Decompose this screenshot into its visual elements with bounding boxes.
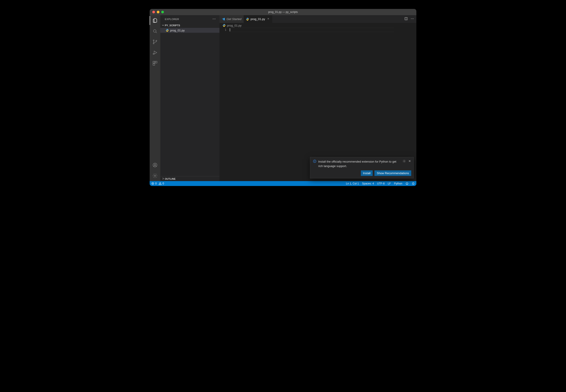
svg-point-0 bbox=[153, 30, 156, 32]
account-icon bbox=[152, 162, 158, 168]
svg-point-15 bbox=[411, 18, 411, 19]
file-row[interactable]: prog_01.py bbox=[160, 28, 220, 33]
activity-source-control[interactable] bbox=[150, 37, 160, 47]
window-title: prog_01.py — py_scripts bbox=[150, 11, 416, 14]
split-editor-icon[interactable] bbox=[404, 17, 408, 21]
chevron-right-icon bbox=[161, 177, 165, 181]
svg-point-2 bbox=[153, 43, 154, 44]
git-branch-icon bbox=[152, 39, 158, 44]
svg-point-3 bbox=[156, 40, 157, 41]
window-minimize[interactable] bbox=[157, 11, 160, 13]
activity-settings[interactable] bbox=[150, 170, 160, 181]
sidebar: EXPLORER PY_SCRIPTS bbox=[160, 15, 220, 181]
breadcrumb[interactable]: prog_01.py bbox=[220, 23, 416, 28]
status-errors[interactable]: 0 0 bbox=[150, 181, 165, 186]
breadcrumb-file: prog_01.py bbox=[227, 24, 241, 27]
statusbar: 0 0 Ln 1, Col 1 Spaces: 4 UTF-8 LF Pytho… bbox=[150, 181, 416, 186]
search-icon bbox=[152, 28, 158, 34]
tab-label: prog_01.py bbox=[251, 17, 265, 21]
activity-bar bbox=[150, 15, 160, 181]
tab-label: Get Started bbox=[227, 17, 241, 21]
svg-point-19 bbox=[404, 161, 405, 162]
window-maximize[interactable] bbox=[161, 11, 164, 13]
line-gutter: 1 bbox=[220, 28, 229, 181]
tabs: Get Started prog_01.py bbox=[220, 15, 416, 23]
activity-search[interactable] bbox=[150, 26, 160, 37]
status-position[interactable]: Ln 1, Col 1 bbox=[344, 181, 360, 186]
install-button[interactable]: Install bbox=[361, 170, 373, 176]
workspace-body: EXPLORER PY_SCRIPTS bbox=[150, 15, 416, 181]
feedback-icon bbox=[405, 182, 409, 185]
status-eol[interactable]: LF bbox=[386, 181, 392, 186]
activity-extensions[interactable] bbox=[150, 58, 160, 69]
svg-point-13 bbox=[215, 18, 215, 19]
tab-actions bbox=[402, 15, 416, 23]
tab-prog-01[interactable]: prog_01.py bbox=[244, 15, 272, 23]
file-name: prog_01.py bbox=[170, 29, 185, 32]
play-bug-icon bbox=[152, 50, 158, 55]
text-cursor bbox=[230, 28, 230, 31]
vscode-icon bbox=[222, 17, 225, 21]
svg-rect-6 bbox=[155, 61, 157, 63]
activity-explorer[interactable] bbox=[150, 15, 160, 26]
python-file-icon bbox=[166, 29, 169, 32]
bell-icon bbox=[412, 182, 415, 185]
line-number: 1 bbox=[220, 28, 226, 32]
svg-point-9 bbox=[154, 164, 156, 165]
toast-message: Install the officially recommended exten… bbox=[318, 159, 401, 168]
sidebar-more-icon[interactable] bbox=[211, 17, 217, 22]
warning-count: 0 bbox=[163, 182, 164, 185]
outline-label: OUTLINE bbox=[165, 178, 176, 180]
status-encoding[interactable]: UTF-8 bbox=[375, 181, 386, 186]
sidebar-header: EXPLORER bbox=[160, 15, 220, 23]
notification-toast: Install the officially recommended exten… bbox=[310, 157, 414, 178]
svg-rect-5 bbox=[153, 61, 155, 63]
folder-name: PY_SCRIPTS bbox=[165, 24, 180, 27]
titlebar: prog_01.py — py_scripts bbox=[150, 9, 416, 15]
gear-icon bbox=[152, 173, 158, 178]
tab-get-started[interactable]: Get Started bbox=[220, 15, 244, 23]
traffic-lights bbox=[150, 11, 164, 13]
status-language[interactable]: Python bbox=[392, 181, 404, 186]
warning-count-icon bbox=[159, 182, 162, 185]
svg-point-1 bbox=[153, 40, 154, 41]
svg-point-16 bbox=[412, 18, 413, 19]
status-feedback[interactable] bbox=[404, 181, 410, 186]
show-recommendations-button[interactable]: Show Recommendations bbox=[374, 170, 411, 176]
tab-close-icon[interactable] bbox=[267, 17, 270, 21]
python-file-icon bbox=[246, 18, 249, 21]
status-indent[interactable]: Spaces: 4 bbox=[360, 181, 375, 186]
activity-run-debug[interactable] bbox=[150, 47, 160, 58]
toast-settings-icon[interactable] bbox=[402, 159, 406, 164]
extensions-icon bbox=[152, 61, 158, 66]
svg-point-4 bbox=[153, 54, 154, 54]
sidebar-title: EXPLORER bbox=[165, 18, 179, 20]
vscode-window: prog_01.py — py_scripts bbox=[150, 9, 416, 186]
folder-header[interactable]: PY_SCRIPTS bbox=[160, 23, 220, 28]
window-close[interactable] bbox=[152, 11, 155, 13]
svg-point-12 bbox=[214, 18, 214, 19]
outline-header[interactable]: OUTLINE bbox=[160, 176, 220, 181]
chevron-down-icon bbox=[161, 24, 165, 27]
error-count-icon bbox=[151, 182, 154, 185]
error-count: 0 bbox=[155, 182, 157, 185]
svg-rect-7 bbox=[153, 63, 155, 65]
editor-more-icon[interactable] bbox=[411, 17, 414, 21]
toast-close-icon[interactable] bbox=[408, 159, 411, 164]
python-file-icon bbox=[223, 24, 226, 27]
status-notifications[interactable] bbox=[410, 181, 416, 186]
sidebar-folder-section: PY_SCRIPTS prog_01.py bbox=[160, 23, 220, 176]
current-line-highlight bbox=[229, 28, 394, 32]
svg-point-11 bbox=[213, 18, 213, 19]
file-tree: prog_01.py bbox=[160, 28, 220, 176]
svg-point-10 bbox=[154, 175, 156, 176]
svg-point-21 bbox=[406, 182, 408, 185]
files-icon bbox=[152, 18, 158, 23]
info-icon bbox=[313, 159, 316, 163]
editor-area: Get Started prog_01.py bbox=[220, 15, 416, 181]
svg-point-17 bbox=[413, 18, 414, 19]
activity-accounts[interactable] bbox=[150, 160, 160, 170]
